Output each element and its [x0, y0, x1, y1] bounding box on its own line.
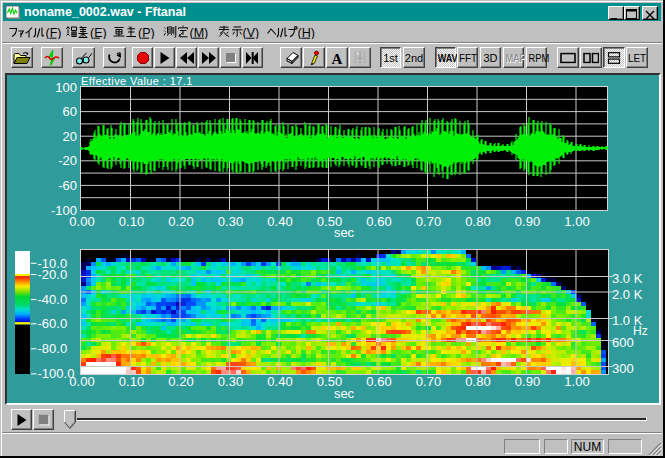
svg-text:(E): (E)	[90, 26, 107, 40]
svg-text:1.00: 1.00	[564, 374, 589, 389]
svg-text:600: 600	[612, 335, 634, 350]
svg-text:0.30: 0.30	[218, 214, 243, 229]
svg-text:(H): (H)	[298, 26, 315, 40]
svg-text:0.80: 0.80	[465, 214, 490, 229]
svg-text:300: 300	[612, 361, 634, 376]
svg-text:0.70: 0.70	[416, 214, 441, 229]
svg-text:-40.0: -40.0	[38, 292, 68, 307]
svg-text:(V): (V)	[243, 26, 260, 40]
svg-text:0.00: 0.00	[69, 214, 94, 229]
svg-text:sec: sec	[334, 225, 355, 240]
svg-text:2.0 K: 2.0 K	[612, 287, 643, 302]
svg-text:0.90: 0.90	[515, 214, 540, 229]
svg-text:-60.0: -60.0	[38, 316, 68, 331]
svg-text:0.30: 0.30	[218, 374, 243, 389]
svg-text:Hz: Hz	[633, 324, 648, 338]
svg-text:0.80: 0.80	[465, 374, 490, 389]
svg-text:Effective Value : 17.1: Effective Value : 17.1	[81, 75, 193, 87]
svg-text:0.00: 0.00	[69, 374, 94, 389]
svg-text:(F): (F)	[46, 26, 62, 40]
svg-text:0.20: 0.20	[168, 214, 193, 229]
svg-text:-20.0: -20.0	[38, 267, 68, 282]
svg-text:-20: -20	[58, 153, 77, 168]
svg-text:0.70: 0.70	[416, 374, 441, 389]
svg-text:0.20: 0.20	[168, 374, 193, 389]
svg-text:0.90: 0.90	[515, 374, 540, 389]
svg-text:-80.0: -80.0	[38, 341, 68, 356]
svg-text:3.0 K: 3.0 K	[612, 271, 643, 286]
svg-text:(P): (P)	[138, 26, 155, 40]
svg-text:0.40: 0.40	[267, 214, 292, 229]
svg-text:0.40: 0.40	[267, 374, 292, 389]
svg-text:0.10: 0.10	[119, 214, 144, 229]
svg-text:60: 60	[63, 104, 77, 119]
svg-text:20: 20	[63, 129, 77, 144]
svg-text:100: 100	[55, 80, 77, 95]
svg-text:(M): (M)	[190, 26, 209, 40]
svg-text:0.10: 0.10	[119, 374, 144, 389]
svg-text:A: A	[332, 51, 343, 64]
svg-text:0.60: 0.60	[366, 214, 391, 229]
svg-text:-60: -60	[58, 178, 77, 193]
svg-text:sec: sec	[334, 386, 355, 401]
svg-text:1.00: 1.00	[564, 214, 589, 229]
svg-text:0.60: 0.60	[366, 374, 391, 389]
